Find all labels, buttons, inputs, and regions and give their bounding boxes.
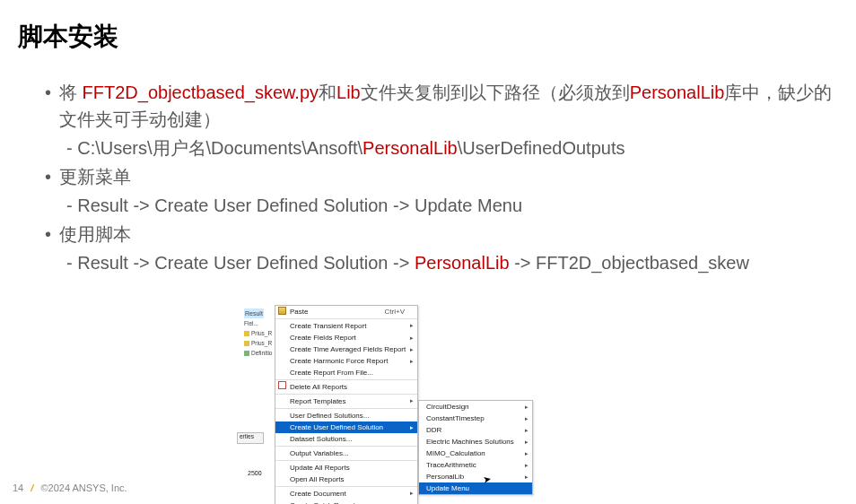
- chevron-right-icon: ▸: [410, 488, 414, 498]
- text: 将: [59, 83, 83, 102]
- tree-item[interactable]: Definitio: [242, 348, 275, 358]
- menu-item-report-templates[interactable]: Report Templates▸: [275, 394, 417, 407]
- chevron-right-icon: ▸: [525, 472, 528, 482]
- bullet-update-menu: 更新菜单: [45, 163, 838, 190]
- personallib: PersonalLib: [415, 253, 510, 273]
- menu-item-paste[interactable]: PasteCtrl+V: [275, 306, 417, 317]
- status-number: 2500: [248, 470, 262, 476]
- menu-item-update-all-reports[interactable]: Update All Reports: [275, 460, 417, 474]
- shortcut: Ctrl+V: [385, 307, 405, 317]
- project-icon: [244, 341, 249, 346]
- slide-title: 脚本安装: [0, 0, 856, 54]
- text: 和: [319, 83, 336, 102]
- submenu-item-circuitdesign[interactable]: CircuitDesign▸: [419, 401, 532, 413]
- submenu-item-ems[interactable]: Electric Machines Solutions▸: [419, 436, 532, 448]
- menu-item-create-time-averaged[interactable]: Create Time Averaged Fields Report▸: [275, 343, 417, 355]
- chevron-right-icon: ▸: [410, 422, 414, 432]
- chevron-right-icon: ▸: [410, 356, 414, 366]
- copyright: ©2024 ANSYS, Inc.: [40, 482, 127, 493]
- chevron-right-icon: ▸: [525, 425, 528, 435]
- text: 文件夹复制到以下路径（必须放到: [361, 83, 630, 102]
- chevron-right-icon: ▸: [410, 395, 414, 405]
- chevron-right-icon: ▸: [525, 437, 528, 447]
- text: ‐ Result -> Create User Defined Solution…: [66, 253, 415, 273]
- chevron-right-icon: ▸: [410, 333, 414, 343]
- context-menu-screenshot: Result Fiel... Prius_R Prius_R Definitio…: [242, 305, 601, 486]
- sub-update-menu: ‐ Result -> Create User Defined Solution…: [45, 192, 838, 219]
- tree-item[interactable]: Prius_R: [242, 328, 275, 338]
- chevron-right-icon: ▸: [525, 448, 528, 458]
- sub-path: ‐ C:\Users\用户名\Documents\Ansoft\Personal…: [45, 135, 838, 161]
- menu-item-create-user-defined-solution[interactable]: Create User Defined Solution▸: [275, 421, 417, 433]
- project-tree: Result Fiel... Prius_R Prius_R Definitio…: [242, 308, 275, 479]
- text: ‐ C:\Users\用户名\Documents\Ansoft\: [66, 138, 362, 158]
- menu-item-delete-all[interactable]: Delete All Reports: [275, 379, 417, 393]
- filename-py: FFT2D_objectbased_skew.py: [83, 83, 319, 102]
- page-number: 14: [13, 482, 23, 493]
- submenu-item-ddr[interactable]: DDR▸: [419, 424, 532, 436]
- chevron-right-icon: ▸: [525, 402, 528, 412]
- menu-item-create-from-file[interactable]: Create Report From File...: [275, 367, 417, 378]
- bullet-install: 将 FFT2D_objectbased_skew.py和Lib文件夹复制到以下路…: [45, 79, 838, 133]
- paste-icon: [278, 307, 286, 315]
- sub-use-script: ‐ Result -> Create User Defined Solution…: [45, 249, 838, 276]
- tree-item[interactable]: Prius_R: [242, 338, 275, 348]
- context-menu: PasteCtrl+V Create Transient Report▸ Cre…: [275, 305, 418, 504]
- personallib: PersonalLib: [630, 83, 725, 102]
- menu-item-output-variables[interactable]: Output Variables...: [275, 446, 417, 459]
- submenu-item-tracearithmetic[interactable]: TraceArithmetic▸: [419, 459, 532, 471]
- chevron-right-icon: ▸: [525, 413, 528, 423]
- text: \UserDefinedOutputs: [458, 138, 625, 158]
- delete-icon: [278, 381, 286, 389]
- chevron-right-icon: ▸: [410, 320, 414, 330]
- menu-item-user-defined-solutions[interactable]: User Defined Solutions...: [275, 408, 417, 421]
- menu-item-create-transient-report[interactable]: Create Transient Report▸: [275, 318, 417, 332]
- menu-item-create-document[interactable]: Create Document▸: [275, 486, 417, 500]
- tree-result-selected[interactable]: Result: [244, 308, 264, 318]
- chevron-right-icon: ▸: [410, 344, 414, 354]
- text: -> FFT2D_objectbased_skew: [510, 253, 749, 273]
- submenu-item-mimo[interactable]: MIMO_Calculation▸: [419, 448, 532, 459]
- menu-item-open-all-reports[interactable]: Open All Reports: [275, 474, 417, 485]
- definitions-icon: [244, 351, 249, 356]
- footer-divider: /: [26, 482, 38, 493]
- properties-panel: erties: [237, 432, 264, 444]
- slide-content: 将 FFT2D_objectbased_skew.py和Lib文件夹复制到以下路…: [0, 54, 856, 276]
- submenu-item-update-menu[interactable]: Update Menu: [419, 482, 532, 494]
- menu-item-dataset-solutions[interactable]: Dataset Solutions...: [275, 433, 417, 445]
- tree-item[interactable]: Fiel...: [242, 318, 275, 328]
- project-icon: [244, 331, 249, 336]
- personallib: PersonalLib: [362, 138, 458, 158]
- slide-footer: 14 / ©2024 ANSYS, Inc.: [13, 482, 127, 493]
- folder-lib: Lib: [336, 83, 361, 102]
- menu-item-create-quick-report[interactable]: Create Quick Report...: [275, 500, 417, 504]
- context-submenu: CircuitDesign▸ ConstantTimestep▸ DDR▸ El…: [418, 400, 533, 495]
- submenu-item-constanttimestep[interactable]: ConstantTimestep▸: [419, 413, 532, 424]
- bullet-use-script: 使用脚本: [45, 221, 838, 248]
- chevron-right-icon: ▸: [525, 460, 528, 470]
- menu-item-create-harmonic[interactable]: Create Harmonic Force Report▸: [275, 355, 417, 367]
- submenu-item-personallib[interactable]: PersonalLib▸: [419, 471, 532, 482]
- menu-item-create-fields-report[interactable]: Create Fields Report▸: [275, 332, 417, 343]
